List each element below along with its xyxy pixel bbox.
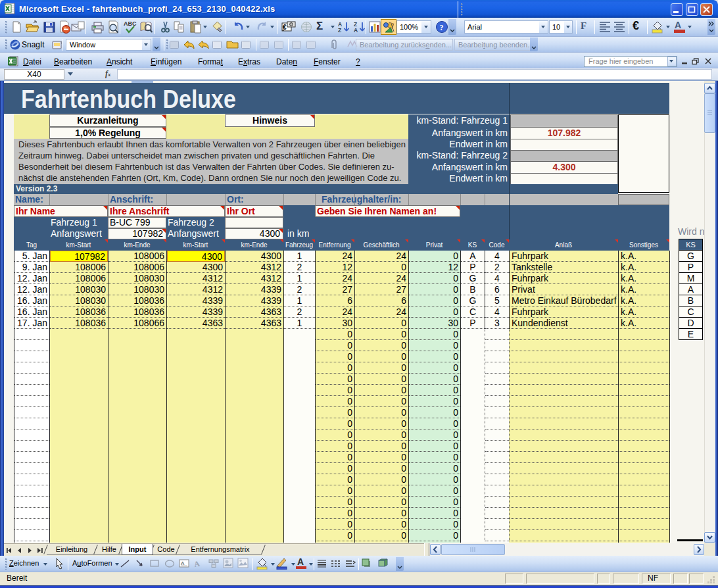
svg-text:A: A: [354, 27, 358, 34]
svg-text:ABC: ABC: [124, 20, 137, 27]
svg-text:?: ?: [440, 23, 444, 32]
svg-text:Z: Z: [338, 27, 341, 34]
svg-text:A: A: [193, 559, 201, 570]
